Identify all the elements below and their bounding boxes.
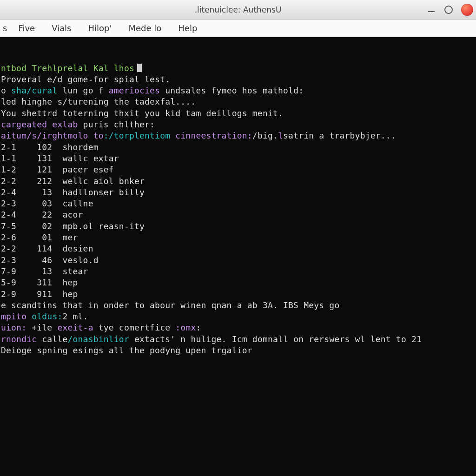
table-row: 2-3 46 veslo.d [1, 255, 473, 266]
menu-bar: s Five Vials Hilop' Mede lo Help [0, 20, 476, 37]
minimize-button[interactable] [427, 5, 436, 14]
table-row: 2-3 03 callne [1, 198, 473, 209]
terminal-line: Deioge spning esings all the podyng upen… [1, 345, 473, 356]
terminal-line: led hinghe s/turening the tadexfal.... [1, 96, 473, 107]
table-row: 1-1 131 wallc extar [1, 153, 473, 164]
table-row: 7-9 13 stear [1, 266, 473, 277]
table-row: 2-4 22 acor [1, 209, 473, 220]
terminal-prompt: ntbod Trehlprelal Kal lhos [1, 63, 473, 74]
table-row: 2-2 114 desien [1, 243, 473, 254]
window-controls [427, 0, 473, 19]
terminal-line: Proveral e/d gome-for spial lest. [1, 74, 473, 85]
menu-item-help[interactable]: Help [170, 20, 205, 37]
menu-item-vials[interactable]: Vials [43, 20, 79, 37]
terminal-line: e scandtins that in onder to abour winen… [1, 300, 473, 311]
table-row: 2-2 212 wellc aiol bnker [1, 176, 473, 187]
maximize-button[interactable] [444, 6, 453, 14]
terminal-line: o sha/cural lun go f ameriocies undsales… [1, 85, 473, 96]
terminal-line: cargeated exlab puris chlther: [1, 119, 473, 130]
table-row: 2-4 13 hadllonser billy [1, 187, 473, 198]
close-button[interactable] [461, 4, 473, 16]
mouse-cursor-icon [245, 458, 254, 470]
window-titlebar: .litenuiclee: AuthensU [0, 0, 476, 20]
text-cursor [137, 64, 142, 72]
menu-item-hilop[interactable]: Hilop' [80, 20, 120, 37]
window-title: .litenuiclee: AuthensU [0, 5, 476, 14]
menu-item-five[interactable]: Five [10, 20, 43, 37]
terminal-line: uion: +ile exeit-a tye comertfice :omx: [1, 322, 473, 333]
menu-stub[interactable]: s [2, 20, 10, 37]
table-row: 1-2 121 pacer esef [1, 164, 473, 175]
table-row: 2-1 102 shordem [1, 142, 473, 153]
terminal-output[interactable]: ntbod Trehlprelal Kal lhosProveral e/d g… [0, 37, 476, 476]
table-row: 7-5 02 mpb.ol reasn-ity [1, 221, 473, 232]
table-row: 2-9 911 hep [1, 289, 473, 300]
terminal-line: mpito oldus:2 ml. [1, 311, 473, 322]
table-row: 5-9 311 hep [1, 277, 473, 288]
table-row: 2-6 01 mer [1, 232, 473, 243]
terminal-line: You shettrd toterning thxit you kid tam … [1, 108, 473, 119]
menu-item-medelo[interactable]: Mede lo [120, 20, 170, 37]
terminal-line: rnondic calle/onasbinlior extacts' n hul… [1, 334, 473, 345]
terminal-line: aitum/s/irghtmolo to:/torplentiom cinnee… [1, 130, 473, 141]
